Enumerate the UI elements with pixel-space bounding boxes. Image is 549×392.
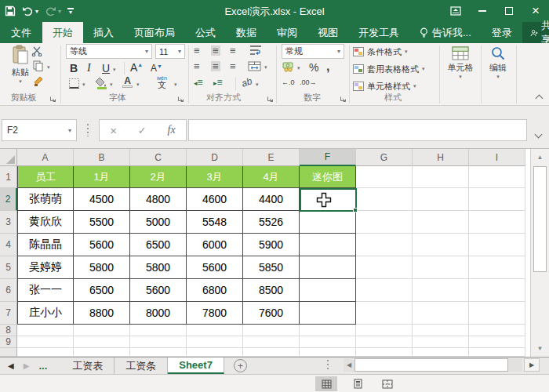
scroll-left-icon[interactable]: ◀ (344, 358, 354, 372)
cell-F7[interactable] (300, 302, 356, 325)
cell-C4[interactable]: 6500 (130, 234, 187, 256)
cell-A7[interactable]: 庄小小 (17, 302, 74, 325)
cell-B1[interactable]: 1月 (74, 166, 130, 188)
cell-G8[interactable] (356, 325, 413, 336)
vertical-scrollbar-thumb[interactable] (533, 166, 547, 272)
cell-D3[interactable]: 5548 (187, 211, 243, 234)
tabbar-resize-handle[interactable] (327, 360, 329, 371)
horizontal-scrollbar[interactable]: ◀ (344, 358, 522, 372)
column-header-I[interactable]: I (469, 149, 525, 166)
cell-partial[interactable] (413, 348, 469, 357)
cell-E9[interactable] (243, 336, 300, 348)
column-header-F[interactable]: F (300, 149, 356, 166)
cell-B4[interactable]: 5600 (74, 234, 130, 256)
cell-C8[interactable] (130, 325, 187, 336)
cell-I6[interactable] (469, 279, 525, 302)
cell-H2[interactable] (413, 188, 469, 211)
cell-B9[interactable] (74, 336, 130, 348)
cell-C3[interactable]: 5000 (130, 211, 187, 234)
cell-C7[interactable]: 8000 (130, 302, 187, 325)
cell-H9[interactable] (413, 336, 469, 348)
cell-E2[interactable]: 4400 (243, 188, 300, 211)
row-header-5[interactable]: 5 (0, 256, 17, 279)
cell-A5[interactable]: 吴婷婷 (17, 256, 74, 279)
cell-D5[interactable]: 5600 (187, 256, 243, 279)
column-header-C[interactable]: C (130, 149, 187, 166)
cell-partial[interactable] (356, 348, 413, 357)
cell-A1[interactable]: 员工 (17, 166, 74, 188)
cell-C1[interactable]: 2月 (130, 166, 187, 188)
cell-I7[interactable] (469, 302, 525, 325)
cell-I4[interactable] (469, 234, 525, 256)
scroll-down-icon[interactable]: ▼ (533, 342, 547, 355)
cell-D1[interactable]: 3月 (187, 166, 243, 188)
column-header-E[interactable]: E (243, 149, 300, 166)
column-header-G[interactable]: G (356, 149, 413, 166)
cell-B8[interactable] (74, 325, 130, 336)
scroll-right-icon[interactable]: ▶ (524, 358, 540, 372)
cell-C5[interactable]: 5800 (130, 256, 187, 279)
column-header-A[interactable]: A (17, 149, 74, 166)
cell-I1[interactable] (469, 166, 525, 188)
cell-H7[interactable] (413, 302, 469, 325)
cell-D2[interactable]: 4600 (187, 188, 243, 211)
cell-B2[interactable]: 4500 (74, 188, 130, 211)
cell-partial[interactable] (74, 348, 130, 357)
row-header-7[interactable]: 7 (0, 302, 17, 325)
normal-view-button[interactable] (315, 376, 337, 391)
cell-G5[interactable] (356, 256, 413, 279)
row-header-3[interactable]: 3 (0, 211, 17, 234)
column-header-D[interactable]: D (187, 149, 243, 166)
cell-E6[interactable]: 8500 (243, 279, 300, 302)
cell-F4[interactable] (300, 234, 356, 256)
cell-I8[interactable] (469, 325, 525, 336)
cell-B7[interactable]: 8800 (74, 302, 130, 325)
cell-H5[interactable] (413, 256, 469, 279)
cell-G1[interactable] (356, 166, 413, 188)
sheet-tab-0[interactable]: 工资表 (61, 358, 115, 374)
vertical-scrollbar[interactable]: ▲ ▼ (530, 149, 549, 357)
cell-C2[interactable]: 4800 (130, 188, 187, 211)
cell-A4[interactable]: 陈晶晶 (17, 234, 74, 256)
cell-I3[interactable] (469, 211, 525, 234)
cell-E8[interactable] (243, 325, 300, 336)
new-sheet-button[interactable]: + (234, 359, 247, 372)
cell-partial[interactable] (300, 348, 356, 357)
cell-F1[interactable]: 迷你图 (300, 166, 356, 188)
cell-I5[interactable] (469, 256, 525, 279)
cell-D4[interactable]: 6000 (187, 234, 243, 256)
cell-A8[interactable] (17, 325, 74, 336)
cell-A2[interactable]: 张萌萌 (17, 188, 74, 211)
cell-F9[interactable] (300, 336, 356, 348)
sheet-tab-2[interactable]: Sheet7 (168, 358, 224, 374)
cell-I9[interactable] (469, 336, 525, 348)
sheet-more-icon[interactable]: ... (38, 360, 47, 372)
cell-partial[interactable] (243, 348, 300, 357)
cell-G4[interactable] (356, 234, 413, 256)
cell-D6[interactable]: 6800 (187, 279, 243, 302)
cell-H6[interactable] (413, 279, 469, 302)
cell-E1[interactable]: 4月 (243, 166, 300, 188)
page-layout-view-button[interactable] (347, 376, 369, 391)
cell-B5[interactable]: 5800 (74, 256, 130, 279)
cell-C6[interactable]: 5600 (130, 279, 187, 302)
cell-I2[interactable] (469, 188, 525, 211)
cell-G3[interactable] (356, 211, 413, 234)
cell-F6[interactable] (300, 279, 356, 302)
page-break-preview-button[interactable] (376, 376, 398, 391)
cell-D9[interactable] (187, 336, 243, 348)
column-header-B[interactable]: B (74, 149, 130, 166)
cell-partial[interactable] (17, 348, 74, 357)
row-header-1[interactable]: 1 (0, 166, 17, 188)
row-header-8[interactable]: 8 (0, 325, 17, 336)
cell-G2[interactable] (356, 188, 413, 211)
row-header-6[interactable]: 6 (0, 279, 17, 302)
cell-A6[interactable]: 张一一 (17, 279, 74, 302)
cell-C9[interactable] (130, 336, 187, 348)
cell-B3[interactable]: 5500 (74, 211, 130, 234)
cell-D8[interactable] (187, 325, 243, 336)
column-header-H[interactable]: H (413, 149, 469, 166)
cell-H8[interactable] (413, 325, 469, 336)
cell-G9[interactable] (356, 336, 413, 348)
horizontal-scrollbar-thumb[interactable] (354, 358, 508, 372)
